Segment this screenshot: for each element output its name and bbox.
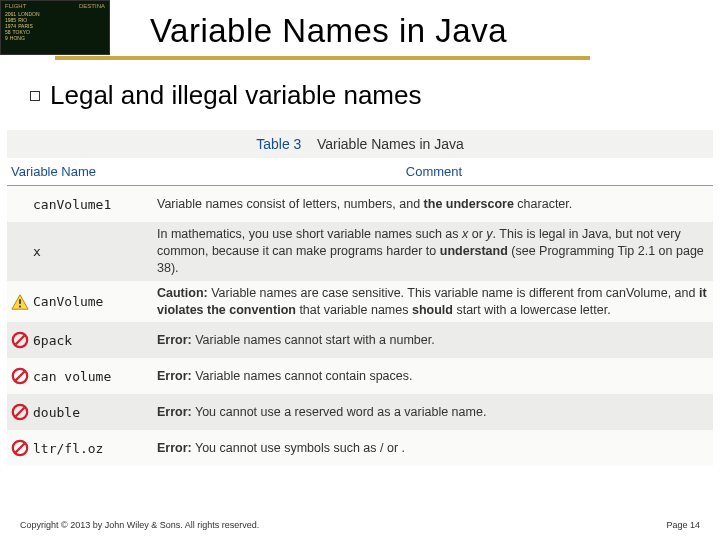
page-title: Variable Names in Java: [150, 12, 507, 50]
svg-line-10: [16, 444, 25, 453]
page-number: Page 14: [666, 520, 700, 530]
flight-board-head-left: FLIGHT: [5, 3, 26, 9]
svg-line-4: [16, 336, 25, 345]
table: Table 3 Variable Names in Java Variable …: [7, 130, 713, 466]
bullet-icon: [30, 91, 40, 101]
table-header: Variable Name Comment: [7, 158, 713, 186]
variable-name: 6pack: [33, 329, 155, 352]
table-number: Table 3: [256, 136, 301, 152]
table-header-col1: Variable Name: [7, 158, 155, 185]
variable-name: can volume: [33, 365, 155, 388]
comment-text: Error: You cannot use a reserved word as…: [155, 400, 713, 425]
table-row: 6packError: Variable names cannot start …: [7, 322, 713, 358]
flight-board-row: 9HONG: [1, 35, 109, 41]
forbidden-icon: [7, 331, 33, 349]
flight-board-image: FLIGHT DESTINA 2061LONDON1985RIO1974PARI…: [0, 0, 110, 55]
forbidden-icon: [7, 403, 33, 421]
comment-text: Error: You cannot use symbols such as / …: [155, 436, 713, 461]
comment-text: Error: Variable names cannot start with …: [155, 328, 713, 353]
table-row: ltr/fl.ozError: You cannot use symbols s…: [7, 430, 713, 466]
comment-text: Error: Variable names cannot contain spa…: [155, 364, 713, 389]
title-underline: [55, 56, 590, 60]
forbidden-icon: [7, 367, 33, 385]
table-row: CanVolumeCaution: Variable names are cas…: [7, 281, 713, 323]
table-row: xIn mathematics, you use short variable …: [7, 222, 713, 281]
variable-name: canVolume1: [33, 193, 155, 216]
svg-rect-2: [19, 305, 21, 307]
table-row: can volumeError: Variable names cannot c…: [7, 358, 713, 394]
comment-text: In mathematics, you use short variable n…: [155, 222, 713, 281]
svg-rect-1: [19, 299, 21, 304]
variable-name: double: [33, 401, 155, 424]
table-row: doubleError: You cannot use a reserved w…: [7, 394, 713, 430]
variable-name: CanVolume: [33, 290, 155, 313]
comment-text: Variable names consist of letters, numbe…: [155, 192, 713, 217]
forbidden-icon: [7, 439, 33, 457]
bullet-text: Legal and illegal variable names: [50, 80, 421, 111]
table-caption: Table 3 Variable Names in Java: [7, 130, 713, 158]
warning-icon: [7, 293, 33, 311]
variable-name: ltr/fl.oz: [33, 437, 155, 460]
variable-name: x: [33, 240, 155, 263]
comment-text: Caution: Variable names are case sensiti…: [155, 281, 713, 323]
svg-line-6: [16, 372, 25, 381]
table-caption-title: Variable Names in Java: [317, 136, 464, 152]
flight-board-head-right: DESTINA: [79, 3, 105, 9]
svg-line-8: [16, 408, 25, 417]
table-header-col2: Comment: [155, 158, 713, 185]
copyright: Copyright © 2013 by John Wiley & Sons. A…: [20, 520, 259, 530]
table-row: canVolume1Variable names consist of lett…: [7, 186, 713, 222]
